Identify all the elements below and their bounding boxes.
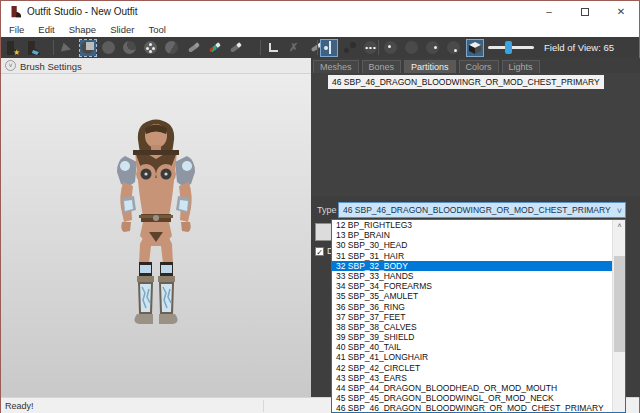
dropdown-item[interactable]: 36 SBP_36_RING <box>332 302 625 312</box>
menu-edit[interactable]: Edit <box>38 23 54 37</box>
move-brush-icon[interactable] <box>143 40 159 56</box>
smooth-brush-icon[interactable] <box>164 40 180 56</box>
partition-type-dropdown: 12 BP_RIGHTLEG3 13 BP_BRAIN 30 SBP_30_HE… <box>331 219 626 413</box>
titlebar[interactable]: Outfit Studio - New Outfit – ✕ <box>1 1 639 23</box>
status-message: Ready! <box>5 401 34 411</box>
menu-file[interactable]: File <box>9 23 24 37</box>
paint-brush-icon[interactable] <box>185 40 201 56</box>
menu-tool[interactable]: Tool <box>148 23 165 37</box>
menubar: File Edit Shape Slider Tool <box>1 23 639 37</box>
brush-settings-header[interactable]: ˅ Brush Settings <box>1 58 311 74</box>
dropdown-item[interactable]: 12 BP_RIGHTLEG3 <box>332 220 625 230</box>
light-ambient-icon[interactable] <box>383 40 399 56</box>
partition-tree-item-selected[interactable]: 46 SBP_46_DRAGON_BLOODWINGR_OR_MOD_CHEST… <box>328 75 604 89</box>
dropdown-item[interactable]: 33 SBP_33_HANDS <box>332 271 625 281</box>
slider-thumb[interactable] <box>505 41 512 54</box>
dropdown-item[interactable]: 43 SBP_43_EARS <box>332 373 625 383</box>
partition-type-combobox[interactable]: 46 SBP_46_DRAGON_BLOODWINGR_OR_MOD_CHEST… <box>338 202 626 218</box>
light-frontal-icon[interactable] <box>404 40 420 56</box>
dropdown-item[interactable]: 39 SBP_39_SHIELD <box>332 332 625 342</box>
checkbox[interactable]: ✓ <box>315 247 324 256</box>
toolbar-separator <box>317 40 318 55</box>
dropdown-item[interactable]: 34 SBP_34_FOREARMS <box>332 281 625 291</box>
minimize-button[interactable]: – <box>531 1 567 23</box>
app-window: Outfit Studio - New Outfit – ✕ File Edit… <box>0 0 640 413</box>
perspective-cube-icon[interactable] <box>467 40 483 56</box>
scroll-up-icon[interactable]: ˄ <box>613 220 626 232</box>
combobox-value: 46 SBP_46_DRAGON_BLOODWINGR_OR_MOD_CHEST… <box>343 205 611 215</box>
dropdown-item-selected[interactable]: 32 SBP_32_BODY <box>332 261 625 271</box>
field-of-view-label: Field of View: 65 <box>544 42 614 53</box>
partition-tree[interactable]: 46 SBP_46_DRAGON_BLOODWINGR_OR_MOD_CHEST… <box>311 73 640 196</box>
close-button[interactable]: ✕ <box>603 1 639 23</box>
alpha-brush-icon[interactable] <box>227 40 243 56</box>
dropdown-item[interactable]: 44 SBP_44_DRAGON_BLOODHEAD_OR_MOD_MOUTH <box>332 383 625 393</box>
dropdown-item[interactable]: 37 SBP_37_FEET <box>332 312 625 322</box>
dropdown-item[interactable]: 38 SBP_38_CALVES <box>332 322 625 332</box>
dropdown-item[interactable]: 30 SBP_30_HEAD <box>332 240 625 250</box>
viewport-3d[interactable] <box>1 74 311 397</box>
scrollbar-thumb[interactable] <box>614 256 625 352</box>
menu-shape[interactable]: Shape <box>69 23 96 37</box>
svg-text:★: ★ <box>13 48 20 56</box>
statusbar-divider <box>263 400 264 412</box>
pivot-tool-icon[interactable]: ✗ <box>287 40 303 56</box>
deflate-brush-icon[interactable] <box>122 40 138 56</box>
load-reference-icon[interactable] <box>25 40 41 56</box>
chevron-down-icon[interactable]: ˅ <box>5 60 16 71</box>
vertex-display-icon[interactable] <box>321 40 337 56</box>
transform-tool-icon[interactable] <box>266 40 282 56</box>
color-paint-brush-icon[interactable] <box>206 40 222 56</box>
window-title: Outfit Studio - New Outfit <box>27 6 138 17</box>
light-directional-1-icon[interactable] <box>425 40 441 56</box>
chevron-down-icon[interactable]: ˅ <box>617 204 622 218</box>
select-tool-icon[interactable] <box>59 40 75 56</box>
wireframe-display-icon[interactable]: ••• <box>363 40 379 56</box>
mask-brush-icon[interactable] <box>80 40 96 56</box>
type-label: Type <box>317 205 337 215</box>
dropdown-item[interactable]: 42 SBP_42_CIRCLET <box>332 363 625 373</box>
edge-display-icon[interactable] <box>342 40 358 56</box>
inflate-brush-icon[interactable] <box>101 40 117 56</box>
toolbar-separator <box>378 40 379 55</box>
dropdown-item[interactable]: 45 SBP_45_DRAGON_BLOODWINGL_OR_MOD_NECK <box>332 393 625 403</box>
toolbar: ★ ✗ ••• <box>1 37 639 58</box>
character-model <box>91 116 221 341</box>
light-directional-2-icon[interactable] <box>446 40 462 56</box>
dropdown-item[interactable]: 35 SBP_35_AMULET <box>332 291 625 301</box>
maximize-icon <box>581 8 589 16</box>
field-of-view-slider[interactable] <box>488 41 534 54</box>
maximize-button[interactable] <box>567 1 603 23</box>
dropdown-item[interactable]: 40 SBP_40_TAIL <box>332 342 625 352</box>
dropdown-item[interactable]: 41 SBP_41_LONGHAIR <box>332 352 625 362</box>
load-outfit-icon[interactable]: ★ <box>4 40 20 56</box>
app-logo-icon <box>8 5 22 19</box>
dropdown-item[interactable]: 46 SBP_46_DRAGON_BLOODWINGR_OR_MOD_CHEST… <box>332 403 625 413</box>
brush-settings-label: Brush Settings <box>20 61 82 72</box>
toolbar-separator <box>53 40 54 55</box>
dropdown-item[interactable]: 31 SBP_31_HAIR <box>332 251 625 261</box>
dropdown-scrollbar[interactable]: ˄ <box>612 220 625 412</box>
menu-slider[interactable]: Slider <box>110 23 134 37</box>
dropdown-item[interactable]: 13 BP_BRAIN <box>332 230 625 240</box>
toolbar-separator <box>260 40 261 55</box>
